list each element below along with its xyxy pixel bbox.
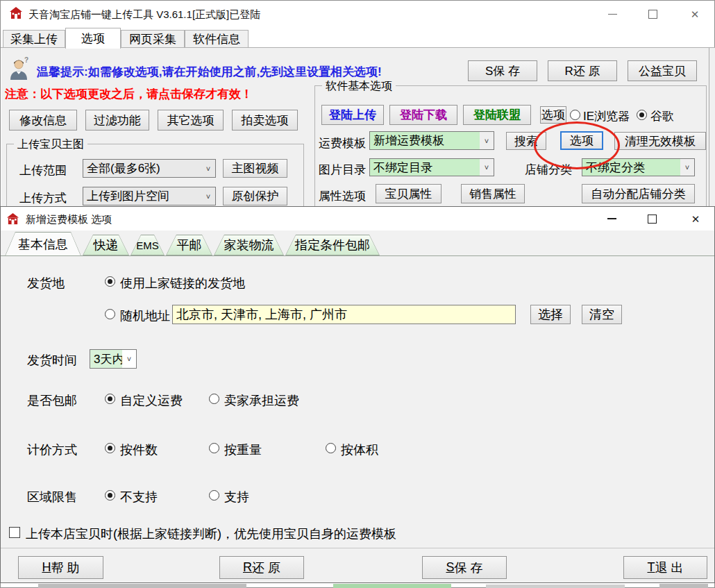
radio-seller-pays-freight-label: 卖家承担运费 [224, 392, 299, 409]
attr-options-label: 属性选项 [319, 188, 366, 204]
dialog-restore-button[interactable]: R还 原 [219, 556, 304, 579]
image-dir-combo[interactable]: 不绑定目录˅ [369, 158, 494, 176]
main-close-button[interactable]: ✕ [684, 6, 705, 22]
shipping-template-combo[interactable]: 新增运费模板˅ [369, 131, 494, 150]
login-union-button[interactable]: 登陆联盟 [463, 105, 531, 125]
auto-assign-category-button[interactable]: 自动分配店铺分类 [582, 184, 695, 203]
radio-use-upstream-address-label: 使用上家链接的发货地 [120, 275, 245, 292]
browser-options-button[interactable]: 选项 [540, 106, 566, 124]
dialog-save-button[interactable]: S保 存 [422, 556, 507, 579]
radio-supported[interactable] [209, 490, 219, 501]
app-house-icon [9, 6, 23, 20]
background-fragment [486, 585, 625, 588]
ship-time-combo[interactable]: 3天内 ˅ [90, 349, 137, 369]
dialog-tab-surface-mail[interactable]: 平邮 [166, 235, 212, 255]
warning-text: 注意：以下选项更改之后，请点击保存才有效！ [5, 86, 253, 102]
main-maximize-button[interactable] [642, 6, 663, 22]
own-template-checkbox-label: 上传本店宝贝时(根据上家链接判断)，优先使用宝贝自身的运费模板 [26, 526, 396, 542]
radio-by-piece[interactable] [105, 443, 115, 453]
advisor-person-icon: ? [8, 57, 31, 81]
dialog-house-icon [6, 212, 19, 226]
dialog-title: 新增运费模板 选项 [26, 213, 112, 226]
restore-button[interactable]: R还 原 [548, 60, 617, 81]
tab-software-info[interactable]: 软件信息 [185, 30, 249, 48]
upload-range-combo[interactable]: 全部(最多6张)˅ [83, 159, 216, 178]
image-dir-label: 图片目录 [319, 162, 366, 178]
chevron-down-icon: ˅ [680, 159, 694, 176]
radio-random-address[interactable] [105, 309, 115, 319]
radio-by-weight-label: 按重量 [224, 442, 262, 458]
radio-not-supported[interactable] [105, 490, 115, 501]
main-image-video-button[interactable]: 主图视频 [223, 159, 287, 178]
background-fragment [38, 584, 246, 588]
filter-function-button[interactable]: 过滤功能 [85, 110, 149, 131]
upload-method-label: 上传方式 [19, 190, 67, 206]
dialog-tab-express[interactable]: 快递 [83, 235, 129, 255]
radio-custom-freight-label: 自定义运费 [120, 392, 183, 409]
shipping-options-button[interactable]: 选项 [560, 131, 603, 150]
item-attr-button[interactable]: 宝贝属性 [376, 184, 441, 203]
main-window-title: 天音淘宝店铺一键上传工具 V3.61.1[正式版]已登陆 [28, 8, 260, 22]
svg-text:?: ? [24, 57, 28, 64]
radio-chrome[interactable] [637, 110, 647, 120]
screen: 天音淘宝店铺一键上传工具 V3.61.1[正式版]已登陆 ✕ 采集上传 选项 网… [0, 0, 715, 588]
chevron-down-icon: ˅ [201, 187, 215, 205]
tab-web-collect[interactable]: 网页采集 [121, 30, 185, 48]
dialog-exit-button[interactable]: T退 出 [623, 556, 707, 579]
radio-ie-browser[interactable] [570, 110, 580, 120]
address-clear-button[interactable]: 清空 [582, 305, 622, 324]
shop-category-combo[interactable]: 不绑定分类˅ [582, 158, 695, 176]
region-restrict-label: 区域限售 [27, 489, 77, 505]
shipping-template-label: 运费模板 [319, 135, 366, 151]
ship-time-label: 发货时间 [27, 352, 77, 369]
background-fragment [659, 584, 708, 588]
clean-invalid-templates-button[interactable]: 清理无效模板 [614, 132, 706, 150]
radio-by-volume[interactable] [326, 443, 336, 453]
tab-collect-upload[interactable]: 采集上传 [3, 30, 65, 48]
dialog-maximize-button[interactable] [641, 210, 662, 227]
shipping-template-options-dialog: 新增运费模板 选项 ✕ 基本信息 快递 EMS 平邮 家装物流 指定条件包邮 发… [0, 206, 715, 583]
radio-by-piece-label: 按件数 [120, 442, 158, 458]
radio-custom-freight[interactable] [105, 394, 115, 404]
dialog-tab-home-logistics[interactable]: 家装物流 [214, 235, 284, 255]
auction-options-button[interactable]: 拍卖选项 [232, 110, 298, 131]
content-right-border [709, 48, 709, 207]
tip-text: 温馨提示:如需修改选项,请在开始使用之前,先到这里设置相关选项! [37, 64, 382, 80]
software-options-group-title: 软件基本选项 [322, 79, 396, 94]
radio-seller-pays-freight[interactable] [209, 394, 219, 404]
dialog-tab-basic-info[interactable]: 基本信息 [5, 232, 81, 256]
search-button[interactable]: 搜索 [506, 132, 546, 150]
chevron-down-icon: ˅ [122, 350, 136, 368]
dialog-tab-ems[interactable]: EMS [131, 235, 165, 255]
dialog-tab-conditional-free-shipping[interactable]: 指定条件包邮 [285, 235, 380, 255]
radio-by-volume-label: 按体积 [341, 442, 378, 458]
radio-by-weight[interactable] [209, 443, 219, 453]
shop-category-label: 店铺分类 [525, 162, 572, 178]
random-address-input[interactable] [172, 305, 516, 324]
radio-use-upstream-address[interactable] [105, 276, 115, 287]
main-titlebar: 天音淘宝店铺一键上传工具 V3.61.1[正式版]已登陆 ✕ [1, 1, 714, 24]
ship-from-label: 发货地 [27, 275, 65, 292]
dialog-footer-divider [1, 548, 714, 548]
original-protect-button[interactable]: 原创保护 [223, 187, 287, 205]
other-options-button[interactable]: 其它选项 [158, 110, 224, 131]
chevron-down-icon: ˅ [201, 160, 215, 177]
own-template-checkbox[interactable] [9, 527, 20, 538]
login-upload-button[interactable]: 登陆上传 [321, 105, 384, 125]
main-minimize-button[interactable] [602, 6, 623, 22]
chevron-down-icon: ˅ [480, 159, 494, 176]
main-image-group-title: 上传宝贝主图 [14, 137, 87, 152]
modify-info-button[interactable]: 修改信息 [9, 110, 77, 131]
dialog-close-button[interactable]: ✕ [685, 210, 706, 227]
radio-chrome-label: 谷歌 [650, 108, 674, 124]
save-button[interactable]: S保 存 [468, 60, 537, 81]
help-button[interactable]: H帮 助 [18, 556, 103, 579]
dialog-minimize-button[interactable] [601, 210, 622, 227]
login-download-button[interactable]: 登陆下载 [389, 105, 457, 125]
address-select-button[interactable]: 选择 [530, 305, 571, 324]
tab-options[interactable]: 选项 [65, 28, 121, 49]
sale-attr-button[interactable]: 销售属性 [461, 184, 525, 203]
upload-method-combo[interactable]: 上传到图片空间˅ [83, 187, 216, 205]
free-shipping-label: 是否包邮 [27, 392, 77, 409]
charity-items-button[interactable]: 公益宝贝 [628, 60, 697, 81]
